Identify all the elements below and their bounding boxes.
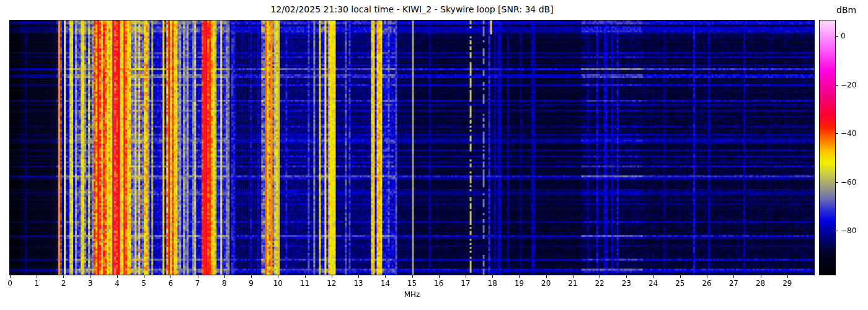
x-tick-label: 14 [381,279,390,288]
x-tick-mark [224,275,225,278]
colorbar-tick-label: 0 [841,32,846,40]
x-tick-mark [626,275,627,278]
x-tick-mark [761,275,761,278]
x-tick-label: 11 [300,279,309,288]
x-tick-mark [680,275,681,278]
x-tick-label: 9 [249,279,254,288]
x-tick-label: 0 [7,279,12,288]
x-tick-label: 25 [675,279,684,288]
x-tick-label: 2 [61,279,66,288]
plot-frame [9,20,815,275]
x-tick-label: 3 [88,279,93,288]
x-tick-mark [251,275,252,278]
x-tick-mark [10,275,11,278]
x-tick-label: 28 [756,279,765,288]
x-tick-mark [278,275,278,278]
colorbar-tick-label: −80 [841,226,856,235]
colorbar-tick-mark [836,231,838,231]
x-tick-mark [144,275,144,278]
colorbar-tick-mark [836,85,838,86]
x-tick-mark [439,275,440,278]
x-tick-mark [332,275,332,278]
x-tick-label: 15 [407,279,417,288]
x-tick-mark [519,275,520,278]
x-tick-label: 10 [273,279,283,288]
spectrogram-figure: 12/02/2025 21:30 local time - KIWI_2 - S… [0,0,868,310]
x-tick-mark [733,275,734,278]
x-tick-label: 16 [434,279,443,288]
x-tick-label: 27 [729,279,738,288]
x-tick-mark [358,275,359,278]
x-tick-mark [63,275,64,278]
x-tick-label: 20 [541,279,551,288]
x-tick-label: 23 [622,279,631,288]
x-tick-label: 18 [488,279,497,288]
x-tick-mark [305,275,306,278]
x-tick-label: 19 [515,279,524,288]
x-tick-mark [37,275,37,278]
x-tick-label: 6 [169,279,174,288]
x-tick-label: 5 [141,279,146,288]
x-tick-label: 26 [702,279,711,288]
x-tick-label: 24 [649,279,658,288]
x-tick-label: 13 [353,279,363,288]
x-tick-mark [492,275,493,278]
colorbar-gradient [820,20,835,275]
x-axis-label: MHz [10,290,814,299]
x-tick-label: 1 [34,279,39,288]
x-tick-mark [170,275,171,278]
x-tick-label: 8 [222,279,227,288]
x-tick-mark [198,275,198,278]
x-tick-mark [91,275,91,278]
x-tick-label: 29 [782,279,792,288]
x-tick-mark [466,275,466,278]
x-tick-label: 21 [568,279,577,288]
colorbar-tick-mark [836,182,838,183]
x-tick-label: 22 [595,279,604,288]
x-tick-label: 7 [195,279,200,288]
colorbar-tick-mark [836,36,838,37]
colorbar-tick-label: −40 [841,129,856,138]
x-tick-mark [707,275,707,278]
spectrogram-heatmap [10,20,814,275]
x-tick-mark [412,275,413,278]
plot-title: 12/02/2025 21:30 local time - KIWI_2 - S… [10,4,814,15]
colorbar-tick-label: −20 [841,81,856,89]
x-tick-mark [600,275,600,278]
x-tick-mark [385,275,386,278]
x-tick-mark [573,275,574,278]
x-tick-mark [546,275,547,278]
x-tick-label: 4 [115,279,120,288]
x-tick-mark [787,275,788,278]
x-tick-label: 12 [327,279,336,288]
x-tick-mark [653,275,654,278]
colorbar-tick-mark [836,133,838,134]
x-tick-label: 17 [461,279,470,288]
colorbar-tick-label: −60 [841,178,856,187]
colorbar-frame [819,20,836,275]
x-tick-mark [117,275,118,278]
colorbar-unit-label: dBm [836,5,856,15]
